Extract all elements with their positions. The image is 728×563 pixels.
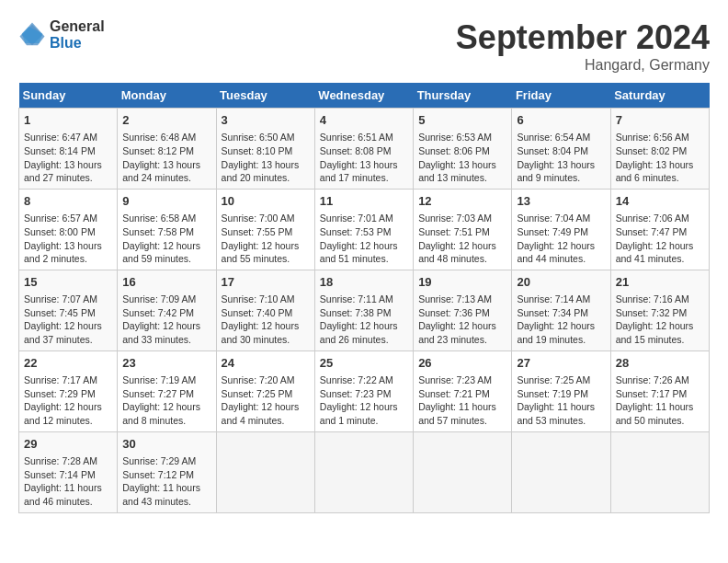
calendar-cell: 19Sunrise: 7:13 AM Sunset: 7:36 PM Dayli… — [414, 270, 512, 350]
calendar-cell: 9Sunrise: 6:58 AM Sunset: 7:58 PM Daylig… — [118, 189, 216, 270]
calendar-cell: 16Sunrise: 7:09 AM Sunset: 7:42 PM Dayli… — [118, 270, 216, 350]
day-number: 22 — [24, 355, 112, 372]
day-number: 24 — [222, 355, 310, 372]
day-info: Sunrise: 7:00 AM Sunset: 7:55 PM Dayligh… — [222, 212, 310, 266]
day-number: 4 — [320, 112, 408, 129]
day-number: 18 — [320, 274, 408, 291]
calendar-cell: 10Sunrise: 7:00 AM Sunset: 7:55 PM Dayli… — [216, 189, 314, 270]
calendar-cell: 18Sunrise: 7:11 AM Sunset: 7:38 PM Dayli… — [314, 270, 413, 350]
week-row-2: 8Sunrise: 6:57 AM Sunset: 8:00 PM Daylig… — [19, 189, 710, 270]
calendar-cell: 26Sunrise: 7:23 AM Sunset: 7:21 PM Dayli… — [414, 350, 512, 431]
day-info: Sunrise: 7:09 AM Sunset: 7:42 PM Dayligh… — [122, 293, 210, 347]
day-info: Sunrise: 7:20 AM Sunset: 7:25 PM Dayligh… — [222, 373, 310, 428]
day-number: 3 — [222, 112, 310, 129]
page-header: General Blue September 2024 Hangard, Ger… — [18, 18, 710, 74]
calendar-cell: 4Sunrise: 6:51 AM Sunset: 8:08 PM Daylig… — [314, 109, 413, 190]
day-number: 6 — [517, 112, 605, 129]
day-info: Sunrise: 6:47 AM Sunset: 8:14 PM Dayligh… — [24, 131, 112, 185]
logo-text: General Blue — [50, 18, 105, 52]
week-row-3: 15Sunrise: 7:07 AM Sunset: 7:45 PM Dayli… — [19, 270, 710, 350]
day-number: 23 — [122, 355, 210, 372]
day-number: 5 — [418, 112, 506, 129]
calendar-cell — [610, 431, 709, 512]
column-header-friday: Friday — [512, 83, 610, 109]
calendar-cell — [414, 431, 512, 512]
logo-icon — [18, 21, 46, 49]
week-row-4: 22Sunrise: 7:17 AM Sunset: 7:29 PM Dayli… — [19, 350, 710, 431]
logo-line2: Blue — [50, 35, 105, 52]
day-info: Sunrise: 7:28 AM Sunset: 7:14 PM Dayligh… — [24, 454, 112, 509]
day-number: 2 — [122, 112, 210, 129]
day-number: 17 — [222, 274, 310, 291]
day-number: 11 — [320, 193, 408, 210]
calendar-header: SundayMondayTuesdayWednesdayThursdayFrid… — [19, 83, 710, 109]
calendar-cell: 8Sunrise: 6:57 AM Sunset: 8:00 PM Daylig… — [19, 189, 118, 270]
logo-line1: General — [50, 18, 105, 35]
calendar-cell: 21Sunrise: 7:16 AM Sunset: 7:32 PM Dayli… — [610, 270, 709, 350]
calendar-cell: 14Sunrise: 7:06 AM Sunset: 7:47 PM Dayli… — [610, 189, 709, 270]
day-number: 7 — [616, 112, 704, 129]
calendar-cell: 17Sunrise: 7:10 AM Sunset: 7:40 PM Dayli… — [216, 270, 314, 350]
column-header-sunday: Sunday — [19, 83, 118, 109]
day-info: Sunrise: 6:50 AM Sunset: 8:10 PM Dayligh… — [222, 131, 310, 185]
month-title: September 2024 — [456, 18, 710, 57]
header-row: SundayMondayTuesdayWednesdayThursdayFrid… — [19, 83, 710, 109]
day-number: 27 — [517, 355, 605, 372]
calendar-cell: 12Sunrise: 7:03 AM Sunset: 7:51 PM Dayli… — [414, 189, 512, 270]
week-row-5: 29Sunrise: 7:28 AM Sunset: 7:14 PM Dayli… — [19, 431, 710, 512]
day-info: Sunrise: 7:11 AM Sunset: 7:38 PM Dayligh… — [320, 293, 408, 347]
column-header-thursday: Thursday — [414, 83, 512, 109]
day-info: Sunrise: 6:58 AM Sunset: 7:58 PM Dayligh… — [122, 212, 210, 266]
day-info: Sunrise: 6:56 AM Sunset: 8:02 PM Dayligh… — [616, 131, 704, 185]
day-number: 19 — [418, 274, 506, 291]
calendar-body: 1Sunrise: 6:47 AM Sunset: 8:14 PM Daylig… — [19, 109, 710, 513]
calendar-cell: 28Sunrise: 7:26 AM Sunset: 7:17 PM Dayli… — [610, 350, 709, 431]
day-number: 21 — [616, 274, 704, 291]
column-header-monday: Monday — [118, 83, 216, 109]
day-number: 1 — [24, 112, 112, 129]
day-info: Sunrise: 7:26 AM Sunset: 7:17 PM Dayligh… — [616, 373, 704, 428]
day-number: 14 — [616, 193, 704, 210]
column-header-wednesday: Wednesday — [314, 83, 413, 109]
calendar-cell: 25Sunrise: 7:22 AM Sunset: 7:23 PM Dayli… — [314, 350, 413, 431]
logo: General Blue — [18, 18, 105, 52]
location: Hangard, Germany — [456, 57, 710, 74]
day-info: Sunrise: 7:01 AM Sunset: 7:53 PM Dayligh… — [320, 212, 408, 266]
day-info: Sunrise: 6:54 AM Sunset: 8:04 PM Dayligh… — [517, 131, 605, 185]
day-info: Sunrise: 6:48 AM Sunset: 8:12 PM Dayligh… — [122, 131, 210, 185]
day-number: 13 — [517, 193, 605, 210]
calendar-cell: 11Sunrise: 7:01 AM Sunset: 7:53 PM Dayli… — [314, 189, 413, 270]
day-number: 10 — [222, 193, 310, 210]
day-info: Sunrise: 7:16 AM Sunset: 7:32 PM Dayligh… — [616, 293, 704, 347]
calendar-cell: 2Sunrise: 6:48 AM Sunset: 8:12 PM Daylig… — [118, 109, 216, 190]
day-info: Sunrise: 6:53 AM Sunset: 8:06 PM Dayligh… — [418, 131, 506, 185]
day-info: Sunrise: 7:19 AM Sunset: 7:27 PM Dayligh… — [122, 373, 210, 428]
day-number: 12 — [418, 193, 506, 210]
calendar-cell: 24Sunrise: 7:20 AM Sunset: 7:25 PM Dayli… — [216, 350, 314, 431]
day-info: Sunrise: 6:51 AM Sunset: 8:08 PM Dayligh… — [320, 131, 408, 185]
calendar-cell: 23Sunrise: 7:19 AM Sunset: 7:27 PM Dayli… — [118, 350, 216, 431]
calendar-cell: 13Sunrise: 7:04 AM Sunset: 7:49 PM Dayli… — [512, 189, 610, 270]
calendar-cell: 1Sunrise: 6:47 AM Sunset: 8:14 PM Daylig… — [19, 109, 118, 190]
day-info: Sunrise: 7:10 AM Sunset: 7:40 PM Dayligh… — [222, 293, 310, 347]
column-header-tuesday: Tuesday — [216, 83, 314, 109]
day-number: 15 — [24, 274, 112, 291]
day-info: Sunrise: 7:13 AM Sunset: 7:36 PM Dayligh… — [418, 293, 506, 347]
calendar-cell — [216, 431, 314, 512]
week-row-1: 1Sunrise: 6:47 AM Sunset: 8:14 PM Daylig… — [19, 109, 710, 190]
calendar-cell — [314, 431, 413, 512]
calendar-cell: 7Sunrise: 6:56 AM Sunset: 8:02 PM Daylig… — [610, 109, 709, 190]
calendar-cell: 30Sunrise: 7:29 AM Sunset: 7:12 PM Dayli… — [118, 431, 216, 512]
day-info: Sunrise: 7:14 AM Sunset: 7:34 PM Dayligh… — [517, 293, 605, 347]
day-info: Sunrise: 7:25 AM Sunset: 7:19 PM Dayligh… — [517, 373, 605, 428]
calendar-cell: 6Sunrise: 6:54 AM Sunset: 8:04 PM Daylig… — [512, 109, 610, 190]
calendar-cell — [512, 431, 610, 512]
day-number: 20 — [517, 274, 605, 291]
day-info: Sunrise: 7:23 AM Sunset: 7:21 PM Dayligh… — [418, 373, 506, 428]
day-number: 26 — [418, 355, 506, 372]
column-header-saturday: Saturday — [610, 83, 709, 109]
day-info: Sunrise: 7:03 AM Sunset: 7:51 PM Dayligh… — [418, 212, 506, 266]
calendar-cell: 5Sunrise: 6:53 AM Sunset: 8:06 PM Daylig… — [414, 109, 512, 190]
calendar-cell: 3Sunrise: 6:50 AM Sunset: 8:10 PM Daylig… — [216, 109, 314, 190]
calendar-cell: 27Sunrise: 7:25 AM Sunset: 7:19 PM Dayli… — [512, 350, 610, 431]
